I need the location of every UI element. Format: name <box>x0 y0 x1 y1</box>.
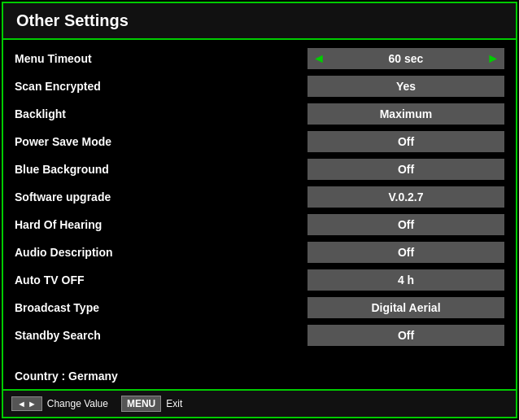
value-hard-of-hearing: Off <box>307 214 504 235</box>
main-window: Other Settings Menu Timeout◄60 sec►Scan … <box>2 2 517 418</box>
change-value-button[interactable]: ◄ ► <box>11 396 42 411</box>
exit-label: Exit <box>166 398 182 409</box>
menu-btn-label: MENU <box>127 398 155 409</box>
value-standby-search: Off <box>307 325 504 346</box>
label-blue-background: Blue Background <box>15 163 307 176</box>
value-backlight: Maximum <box>307 103 504 125</box>
country-label: Country : Germany <box>15 370 118 383</box>
page-title: Other Settings <box>16 11 503 30</box>
right-arrow-menu-timeout[interactable]: ► <box>486 48 499 69</box>
left-arrow-icon: ◄ <box>17 399 26 409</box>
value-auto-tv-off: 4 h <box>307 269 504 291</box>
setting-row-software-upgrade[interactable]: Software upgradeV.0.2.7 <box>3 183 516 211</box>
value-blue-background: Off <box>307 159 504 180</box>
label-standby-search: Standby Search <box>15 329 307 342</box>
value-text-menu-timeout: 60 sec <box>325 48 486 69</box>
value-scan-encrypted: Yes <box>307 76 504 97</box>
label-audio-description: Audio Description <box>15 246 307 259</box>
setting-row-menu-timeout[interactable]: Menu Timeout◄60 sec► <box>3 45 516 72</box>
right-arrow-icon: ► <box>28 399 37 409</box>
label-menu-timeout: Menu Timeout <box>15 52 307 65</box>
label-hard-of-hearing: Hard Of Hearing <box>15 218 307 231</box>
label-scan-encrypted: Scan Encrypted <box>15 80 307 93</box>
value-audio-description: Off <box>307 242 504 263</box>
setting-row-scan-encrypted[interactable]: Scan EncryptedYes <box>3 72 516 100</box>
setting-row-hard-of-hearing[interactable]: Hard Of HearingOff <box>3 211 516 238</box>
title-bar: Other Settings <box>3 3 516 40</box>
label-broadcast-type: Broadcast Type <box>15 301 307 314</box>
settings-list: Menu Timeout◄60 sec►Scan EncryptedYesBac… <box>3 40 516 363</box>
left-arrow-menu-timeout[interactable]: ◄ <box>312 48 325 69</box>
setting-row-broadcast-type[interactable]: Broadcast TypeDigital Aerial <box>3 294 516 322</box>
setting-row-audio-description[interactable]: Audio DescriptionOff <box>3 238 516 266</box>
label-software-upgrade: Software upgrade <box>15 190 307 203</box>
setting-row-standby-search[interactable]: Standby SearchOff <box>3 322 516 349</box>
value-broadcast-type: Digital Aerial <box>307 297 504 318</box>
label-auto-tv-off: Auto TV OFF <box>15 273 307 287</box>
label-backlight: Backlight <box>15 107 307 120</box>
setting-row-power-save-mode[interactable]: Power Save ModeOff <box>3 128 516 155</box>
country-row: Country : Germany <box>3 363 516 389</box>
setting-row-blue-background[interactable]: Blue BackgroundOff <box>3 155 516 183</box>
value-power-save-mode: Off <box>307 131 504 152</box>
setting-row-auto-tv-off[interactable]: Auto TV OFF4 h <box>3 266 516 294</box>
menu-button[interactable]: MENU <box>121 396 161 412</box>
setting-row-backlight[interactable]: BacklightMaximum <box>3 100 516 128</box>
label-power-save-mode: Power Save Mode <box>15 135 307 148</box>
value-menu-timeout[interactable]: ◄60 sec► <box>307 48 504 69</box>
change-value-label: Change Value <box>47 398 108 409</box>
footer: ◄ ► Change Value MENU Exit <box>3 389 516 417</box>
value-software-upgrade: V.0.2.7 <box>307 186 504 208</box>
